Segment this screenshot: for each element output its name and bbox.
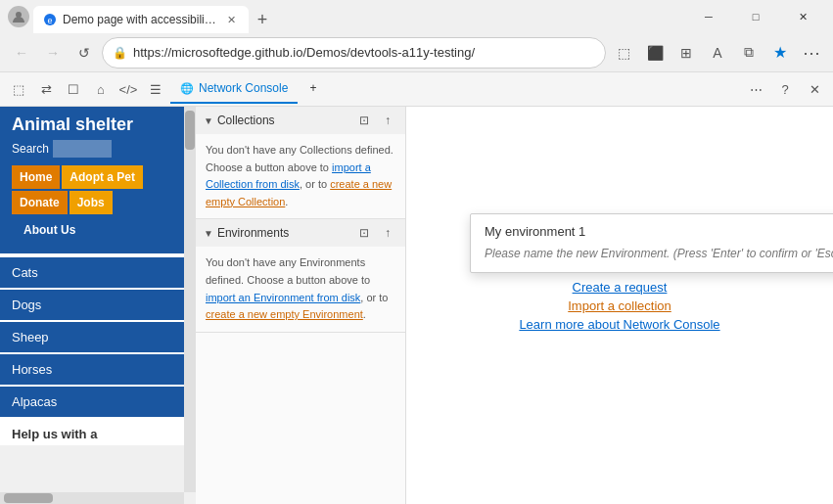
environments-section: ▼ Environments ⊡ ↑ You don't have any En…	[196, 219, 405, 332]
tab-close-btn[interactable]: ✕	[223, 12, 239, 27]
vertical-scrollbar[interactable]	[184, 107, 196, 492]
maximize-btn[interactable]: □	[733, 0, 778, 33]
environments-content: You don't have any Environments defined.…	[196, 247, 405, 331]
collections-title: Collections	[217, 114, 350, 127]
more-btn[interactable]: ⋯	[798, 39, 825, 67]
devtools-toolbar: ⬚ ⇄ ☐ ⌂ </> ☰ 🌐 Network Console + ⋯ ? ✕	[0, 72, 833, 107]
dt-main: Create a request Import a collection Lea…	[406, 107, 833, 504]
reader-icon[interactable]: A	[704, 39, 731, 67]
env-new-icon[interactable]: ⊡	[354, 223, 374, 243]
network-console-icon: 🌐	[180, 82, 194, 95]
env-import-icon[interactable]: ↑	[378, 223, 397, 243]
popup-input-row	[471, 241, 833, 272]
home-nav-btn[interactable]: Home	[12, 165, 60, 189]
svg-text:e: e	[47, 16, 52, 25]
title-bar: e Demo page with accessibility iss ✕ + ─…	[0, 0, 833, 33]
dt-sidebar: ▼ Collections ⊡ ↑ You don't have any Col…	[196, 107, 406, 504]
add-panel-btn[interactable]: +	[300, 74, 326, 104]
new-tab-btn[interactable]: +	[249, 6, 276, 33]
site-nav: Home Adopt a Pet Donate Jobs About Us	[12, 161, 183, 246]
devtools-panel: ▼ Collections ⊡ ↑ You don't have any Col…	[196, 107, 833, 504]
collection-new-icon[interactable]: ⊡	[354, 111, 374, 130]
donate-nav-btn[interactable]: Donate	[12, 191, 68, 214]
adopt-nav-btn[interactable]: Adopt a Pet	[62, 165, 143, 189]
list-item-horses[interactable]: Horses	[0, 354, 195, 385]
main-content: Animal shelter Search Home Adopt a Pet D…	[0, 107, 833, 504]
active-tab[interactable]: e Demo page with accessibility iss ✕	[33, 6, 249, 33]
site-footer: Help us with a	[0, 419, 195, 445]
list-item-cats[interactable]: Cats	[0, 257, 195, 288]
forward-btn[interactable]: →	[39, 39, 67, 67]
favorites-icon[interactable]: ★	[766, 39, 794, 67]
environments-header[interactable]: ▼ Environments ⊡ ↑	[196, 219, 405, 247]
about-nav-btn[interactable]: About Us	[12, 218, 87, 242]
learn-more-link[interactable]: Learn more about Network Console	[519, 317, 719, 332]
import-env-link[interactable]: import an Environment from disk	[206, 292, 360, 303]
network-console-tab[interactable]: 🌐 Network Console	[170, 74, 298, 104]
jobs-nav-btn[interactable]: Jobs	[69, 191, 113, 214]
website-panel: Animal shelter Search Home Adopt a Pet D…	[0, 107, 196, 504]
site-title: Animal shelter	[12, 115, 183, 136]
create-request-link[interactable]: Create a request	[573, 280, 668, 295]
address-bar[interactable]: 🔒 https://microsoftedge.github.io/Demos/…	[102, 37, 606, 69]
import-collection-main-link[interactable]: Import a collection	[568, 298, 671, 313]
environments-arrow: ▼	[204, 228, 213, 239]
tab-preview-icon[interactable]: ⧉	[735, 39, 763, 67]
environments-title: Environments	[217, 226, 350, 240]
dt-btn-6[interactable]: ☰	[143, 76, 168, 102]
search-label: Search	[12, 142, 49, 156]
split-icon[interactable]: ⊞	[672, 39, 700, 67]
dt-btn-3[interactable]: ☐	[61, 76, 86, 102]
environments-icons: ⊡ ↑	[354, 223, 397, 243]
create-env-link[interactable]: create a new empty Environment	[206, 308, 363, 320]
tab-favicon: e	[43, 13, 57, 26]
tabs-icon[interactable]: ⬛	[641, 39, 669, 67]
dt-btn-5[interactable]: </>	[116, 76, 141, 102]
window-controls: ─ □ ✕	[686, 0, 825, 33]
dt-more-btn[interactable]: ⋯	[743, 76, 768, 102]
dt-btn-2[interactable]: ⇄	[33, 76, 59, 102]
minimize-btn[interactable]: ─	[686, 0, 731, 33]
collections-arrow: ▼	[204, 115, 213, 126]
dt-close-btn[interactable]: ✕	[802, 76, 827, 102]
network-console-label: Network Console	[199, 81, 288, 95]
collections-section: ▼ Collections ⊡ ↑ You don't have any Col…	[196, 107, 405, 219]
environment-name-popup: My environment 1	[470, 213, 833, 273]
site-list: Cats Dogs Sheep Horses Alpacas	[0, 257, 195, 417]
nav-icons: ⬚ ⬛ ⊞ A ⧉ ★ ⋯	[610, 39, 825, 67]
collection-import-icon[interactable]: ↑	[378, 111, 397, 130]
devtools-area: ▼ Collections ⊡ ↑ You don't have any Col…	[196, 107, 833, 504]
dt-right-controls: ⋯ ? ✕	[741, 76, 827, 102]
site-search: Search	[12, 136, 183, 161]
lock-icon: 🔒	[113, 46, 127, 60]
collections-header[interactable]: ▼ Collections ⊡ ↑	[196, 107, 405, 134]
horizontal-scrollbar[interactable]	[0, 492, 184, 504]
search-input[interactable]	[53, 140, 112, 158]
list-item-dogs[interactable]: Dogs	[0, 290, 195, 320]
collections-icon[interactable]: ⬚	[610, 39, 637, 67]
nav-bar: ← → ↺ 🔒 https://microsoftedge.github.io/…	[0, 33, 833, 72]
refresh-btn[interactable]: ↺	[70, 39, 98, 67]
site-header: Animal shelter Search Home Adopt a Pet D…	[0, 107, 195, 253]
dt-help-btn[interactable]: ?	[772, 76, 798, 102]
tab-bar: e Demo page with accessibility iss ✕ +	[33, 0, 682, 33]
address-text: https://microsoftedge.github.io/Demos/de…	[133, 45, 595, 60]
list-item-alpacas[interactable]: Alpacas	[0, 387, 195, 417]
website-content: Animal shelter Search Home Adopt a Pet D…	[0, 107, 196, 445]
popup-title: My environment 1	[471, 214, 833, 241]
dt-btn-4[interactable]: ⌂	[88, 76, 114, 102]
back-btn[interactable]: ←	[8, 39, 35, 67]
close-btn[interactable]: ✕	[780, 0, 825, 33]
scroll-thumb[interactable]	[185, 111, 195, 150]
environment-name-input[interactable]	[485, 245, 833, 262]
h-scroll-thumb[interactable]	[4, 493, 53, 503]
collections-icons: ⊡ ↑	[354, 111, 397, 130]
list-item-sheep[interactable]: Sheep	[0, 322, 195, 352]
dt-btn-1[interactable]: ⬚	[6, 76, 31, 102]
profile-icon[interactable]	[8, 6, 29, 27]
collections-content: You don't have any Collections defined. …	[196, 134, 405, 218]
tab-title: Demo page with accessibility iss	[63, 13, 217, 26]
